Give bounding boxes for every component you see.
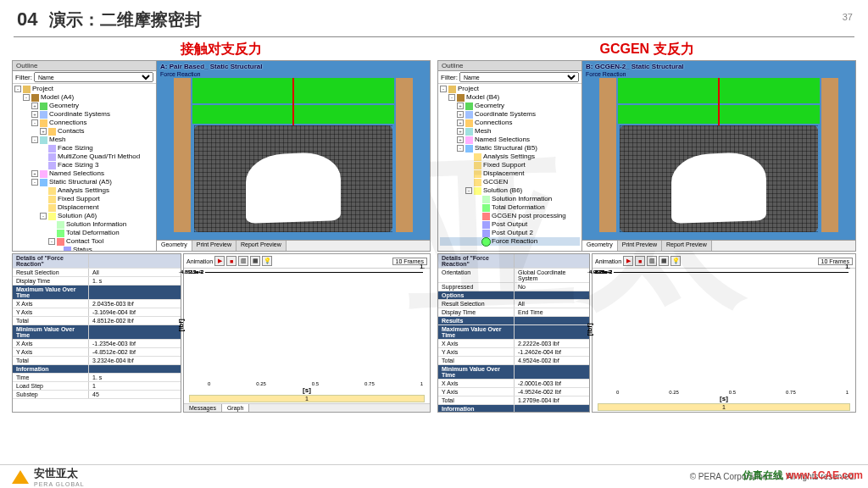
detail-value[interactable]: 45	[89, 391, 181, 398]
detail-value[interactable]: 1. s	[89, 374, 181, 381]
expand-icon[interactable]: +	[457, 136, 464, 143]
detail-value[interactable]: All	[89, 269, 181, 276]
filter-select[interactable]: Name	[34, 72, 153, 82]
expand-icon[interactable]: -	[457, 145, 464, 152]
tree-item[interactable]: +Coordinate Systems	[14, 110, 154, 119]
tab-graph[interactable]: Graph	[222, 404, 249, 412]
detail-value[interactable]: -4.9524e-002 lbf	[515, 388, 589, 396]
detail-value[interactable]: -1.2354e-003 lbf	[89, 340, 181, 347]
detail-value[interactable]: -1.2462e-004 lbf	[515, 348, 589, 356]
chart-plot[interactable]: 4.9524e-23.75e-22.5e-21.25e-20.-1.25e-2-…	[616, 272, 849, 273]
tree-item[interactable]: Face Sizing 3	[14, 161, 154, 169]
tree-item[interactable]: Fixed Support	[440, 161, 580, 169]
detail-value[interactable]: 1	[89, 382, 181, 390]
tree-item[interactable]: +Coordinate Systems	[440, 110, 580, 119]
tree-item[interactable]: +Named Selections	[14, 169, 154, 178]
tree-item[interactable]: -Mesh	[14, 136, 154, 144]
anim-opt1-button[interactable]: ▥	[647, 256, 657, 266]
tree-item[interactable]: Displacement	[440, 169, 580, 178]
tree-item[interactable]: -Project	[440, 85, 580, 93]
tree-item[interactable]: Analysis Settings	[14, 186, 154, 195]
detail-value[interactable]: 4.9524e-002 lbf	[515, 357, 589, 364]
expand-icon[interactable]: -	[31, 119, 38, 126]
expand-icon[interactable]: -	[31, 179, 38, 186]
tree-item[interactable]: GCGEN	[440, 178, 580, 186]
expand-icon[interactable]: -	[465, 187, 472, 194]
graphics-view[interactable]: A: Pair Based_ Static Structural Force R…	[157, 61, 430, 251]
tree-item[interactable]: -Model (A4)	[14, 93, 154, 102]
bulb-icon[interactable]: 💡	[262, 256, 272, 266]
tree-item[interactable]: Total Deformation	[440, 203, 580, 212]
tree-item[interactable]: MultiZone Quad/Tri Method	[14, 152, 154, 161]
tree-item[interactable]: -Project	[14, 85, 154, 93]
tree-item[interactable]: +Connections	[440, 119, 580, 127]
tree-item[interactable]: Total Deformation	[14, 229, 154, 237]
detail-value[interactable]: 3.2324e-004 lbf	[89, 357, 181, 364]
tree-item[interactable]: Face Sizing	[14, 144, 154, 152]
tree-item[interactable]: Post Output	[440, 220, 580, 229]
tab-report-preview[interactable]: Report Preview	[236, 241, 287, 251]
tree-item[interactable]: -Model (B4)	[440, 93, 580, 102]
tree-item[interactable]: -Connections	[14, 119, 154, 127]
bulb-icon[interactable]: 💡	[670, 256, 681, 266]
detail-value[interactable]: 1.2709e-004 lbf	[515, 396, 589, 404]
stop-button[interactable]: ■	[226, 256, 236, 266]
expand-icon[interactable]: +	[457, 111, 464, 118]
tree-item[interactable]: +Geometry	[440, 102, 580, 110]
expand-icon[interactable]: -	[440, 86, 447, 92]
detail-value[interactable]: -4.8512e-002 lbf	[89, 348, 181, 356]
detail-value[interactable]: -3.1694e-004 lbf	[89, 308, 181, 316]
expand-icon[interactable]: +	[31, 111, 38, 118]
detail-value[interactable]: 2.0435e-003 lbf	[89, 300, 181, 308]
tab-report-preview[interactable]: Report Preview	[662, 241, 712, 251]
tab-geometry[interactable]: Geometry	[582, 241, 618, 251]
tab-print-preview[interactable]: Print Preview	[618, 241, 662, 251]
tree-item[interactable]: +Geometry	[14, 102, 154, 110]
stop-button[interactable]: ■	[635, 256, 645, 266]
play-button[interactable]: ▶	[623, 256, 633, 266]
expand-icon[interactable]: -	[48, 238, 55, 245]
play-button[interactable]: ▶	[214, 256, 225, 266]
detail-value[interactable]: No	[515, 283, 589, 291]
detail-value[interactable]: All	[515, 300, 589, 308]
detail-value[interactable]: End Time	[515, 308, 589, 316]
expand-icon[interactable]: -	[23, 94, 30, 101]
tree-item[interactable]: -Static Structural (B5)	[440, 144, 580, 152]
tree-item[interactable]: -Solution (B6)	[440, 186, 580, 195]
tree-item[interactable]: Solution Information	[440, 195, 580, 203]
detail-value[interactable]: -2.0001e-003 lbf	[515, 380, 589, 387]
detail-value[interactable]: 1. s	[89, 277, 181, 285]
detail-value[interactable]: 2.2222e-003 lbf	[515, 340, 589, 347]
tree-item[interactable]: Fixed Support	[14, 195, 154, 203]
expand-icon[interactable]: +	[40, 128, 47, 135]
tree-item[interactable]: -Contact Tool	[14, 237, 154, 246]
expand-icon[interactable]: +	[457, 103, 464, 109]
project-tree[interactable]: -Project-Model (A4)+Geometry+Coordinate …	[13, 84, 156, 251]
tab-print-preview[interactable]: Print Preview	[192, 241, 236, 251]
tree-item[interactable]: +Named Selections	[440, 136, 580, 144]
expand-icon[interactable]: +	[457, 119, 464, 126]
anim-opt1-button[interactable]: ▥	[238, 256, 248, 266]
expand-icon[interactable]: -	[31, 136, 38, 143]
tree-item[interactable]: -Solution (A6)	[14, 212, 154, 220]
detail-value[interactable]: Global Coordinate System	[515, 269, 589, 282]
anim-opt2-button[interactable]: ▦	[659, 256, 669, 266]
tree-item[interactable]: Force Reaction	[440, 237, 580, 246]
expand-icon[interactable]: +	[457, 128, 464, 135]
tree-item[interactable]: +Contacts	[14, 127, 154, 136]
expand-icon[interactable]: +	[31, 170, 38, 177]
tree-item[interactable]: Status	[14, 246, 154, 251]
tree-item[interactable]: Solution Information	[14, 220, 154, 229]
tree-item[interactable]: -Static Structural (A5)	[14, 178, 154, 186]
project-tree[interactable]: -Project-Model (B4)+Geometry+Coordinate …	[438, 84, 581, 251]
tab-messages[interactable]: Messages	[184, 404, 222, 412]
expand-icon[interactable]: -	[448, 94, 455, 101]
anim-opt2-button[interactable]: ▦	[250, 256, 260, 266]
detail-value[interactable]: 4.8512e-002 lbf	[89, 317, 181, 324]
tree-item[interactable]: GCGEN post processing	[440, 212, 580, 220]
expand-icon[interactable]: -	[40, 213, 47, 219]
chart-plot[interactable]: 4.8512e-22.5e-20.-2.5e-2-4.8512e-21.	[208, 272, 423, 273]
filter-select[interactable]: Name	[459, 72, 579, 82]
tab-geometry[interactable]: Geometry	[157, 241, 192, 251]
tree-item[interactable]: Displacement	[14, 203, 154, 212]
